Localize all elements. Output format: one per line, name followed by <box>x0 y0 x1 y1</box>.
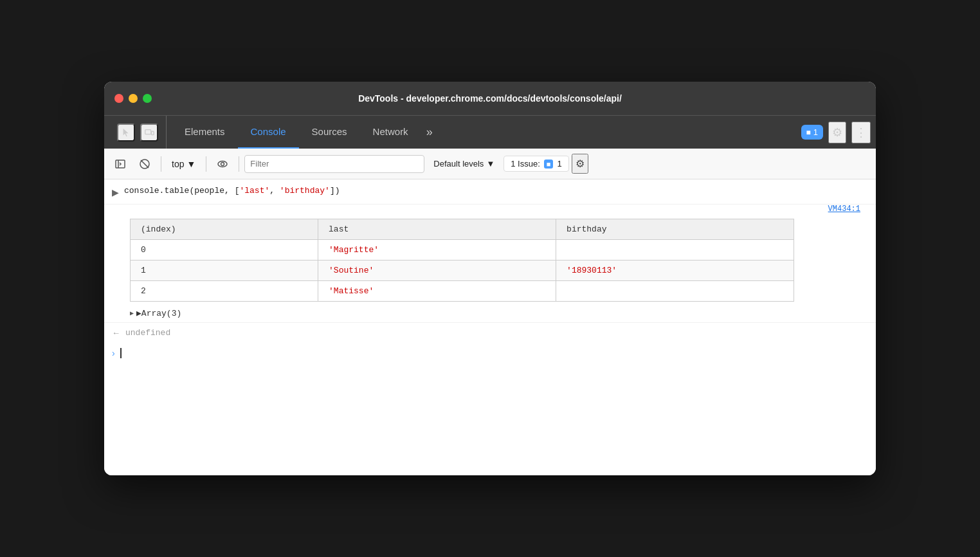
eye-icon-btn[interactable] <box>212 154 233 174</box>
col-header-birthday: birthday <box>556 219 794 240</box>
tab-more-btn[interactable]: » <box>421 125 438 139</box>
tabbar: Elements Console Sources Network » ■ 1 ⚙… <box>104 115 876 149</box>
maximize-button[interactable] <box>143 94 152 103</box>
sidebar-toggle-btn[interactable] <box>109 154 131 174</box>
tab-console[interactable]: Console <box>238 116 299 149</box>
toolbar-separator-3 <box>239 156 239 172</box>
text-cursor <box>120 348 122 358</box>
expand-arrow-icon[interactable]: ▶ <box>112 187 119 197</box>
return-arrow-icon: ← <box>112 328 120 338</box>
context-label: top <box>172 159 184 169</box>
table-row: 0 'Magritte' <box>131 240 794 260</box>
cell-birthday-1: '18930113' <box>556 260 794 281</box>
cell-last-0: 'Magritte' <box>318 240 556 260</box>
cursor-line[interactable]: › <box>104 343 876 363</box>
console-toolbar: top ▼ Default levels ▼ 1 Issue: ■ 1 ⚙ <box>104 149 876 179</box>
source-link[interactable]: VM434:1 <box>828 205 860 214</box>
triangle-icon: ▶ <box>130 309 134 317</box>
cursor-icon-btn[interactable] <box>117 123 135 142</box>
svg-rect-0 <box>145 129 151 134</box>
tabs: Elements Console Sources Network » <box>172 116 796 149</box>
tab-network[interactable]: Network <box>360 116 421 149</box>
col-header-last: last <box>318 219 556 240</box>
cell-last-1: 'Soutine' <box>318 260 556 281</box>
clear-console-btn[interactable] <box>134 154 156 174</box>
console-command: console.table(people, ['last', 'birthday… <box>124 186 340 196</box>
array-label: ▶Array(3) <box>136 308 181 318</box>
issue-count: 1 <box>557 159 561 169</box>
array-expand[interactable]: ▶ ▶Array(3) <box>104 304 876 322</box>
window-title: DevTools - developer.chrome.com/docs/dev… <box>358 93 622 104</box>
issues-icon: ■ <box>806 128 811 137</box>
minimize-button[interactable] <box>129 94 138 103</box>
source-line: VM434:1 <box>104 205 876 216</box>
console-table: (index) last birthday 0 'Magritte' 1 'So… <box>130 219 794 302</box>
cell-index-0: 0 <box>131 240 318 260</box>
toolbar-icons <box>109 116 167 149</box>
svg-point-7 <box>221 162 224 165</box>
titlebar: DevTools - developer.chrome.com/docs/dev… <box>104 82 876 115</box>
log-levels-arrow-icon: ▼ <box>486 159 495 169</box>
close-button[interactable] <box>114 94 123 103</box>
settings-button[interactable]: ⚙ <box>828 122 846 143</box>
dropdown-arrow-icon: ▼ <box>186 159 195 169</box>
table-row: 1 'Soutine' '18930113' <box>131 260 794 281</box>
device-toggle-btn[interactable] <box>140 123 158 142</box>
console-content: ▶ console.table(people, ['last', 'birthd… <box>104 179 876 475</box>
issue-counter[interactable]: 1 Issue: ■ 1 <box>504 156 568 172</box>
log-levels-label: Default levels <box>433 159 484 169</box>
toolbar-separator-2 <box>206 156 206 172</box>
log-levels-dropdown[interactable]: Default levels ▼ <box>427 156 501 171</box>
filter-input[interactable] <box>244 155 424 173</box>
devtools-window: DevTools - developer.chrome.com/docs/dev… <box>104 82 876 475</box>
svg-line-5 <box>141 160 149 168</box>
tab-elements[interactable]: Elements <box>172 116 238 149</box>
console-settings-btn[interactable]: ⚙ <box>572 154 588 174</box>
issues-badge[interactable]: ■ 1 <box>801 125 823 140</box>
cell-birthday-2 <box>556 281 794 302</box>
cell-index-1: 1 <box>131 260 318 281</box>
console-command-line: ▶ console.table(people, ['last', 'birthd… <box>104 179 876 205</box>
col-header-index: (index) <box>131 219 318 240</box>
toolbar-separator-1 <box>161 156 161 172</box>
tab-sources[interactable]: Sources <box>299 116 360 149</box>
tabbar-right: ■ 1 ⚙ ⋮ <box>796 122 871 143</box>
issue-icon: ■ <box>544 160 554 169</box>
undefined-line: ← undefined <box>104 322 876 343</box>
console-table-wrapper: (index) last birthday 0 'Magritte' 1 'So… <box>104 219 876 302</box>
undefined-value: undefined <box>125 328 170 338</box>
svg-rect-1 <box>152 131 154 134</box>
traffic-lights <box>114 94 152 103</box>
cell-index-2: 2 <box>131 281 318 302</box>
prompt-icon: › <box>112 348 115 358</box>
more-options-button[interactable]: ⋮ <box>851 122 871 143</box>
context-selector[interactable]: top ▼ <box>167 156 201 172</box>
cell-birthday-0 <box>556 240 794 260</box>
table-row: 2 'Matisse' <box>131 281 794 302</box>
cell-last-2: 'Matisse' <box>318 281 556 302</box>
issue-label: 1 Issue: <box>511 159 540 169</box>
